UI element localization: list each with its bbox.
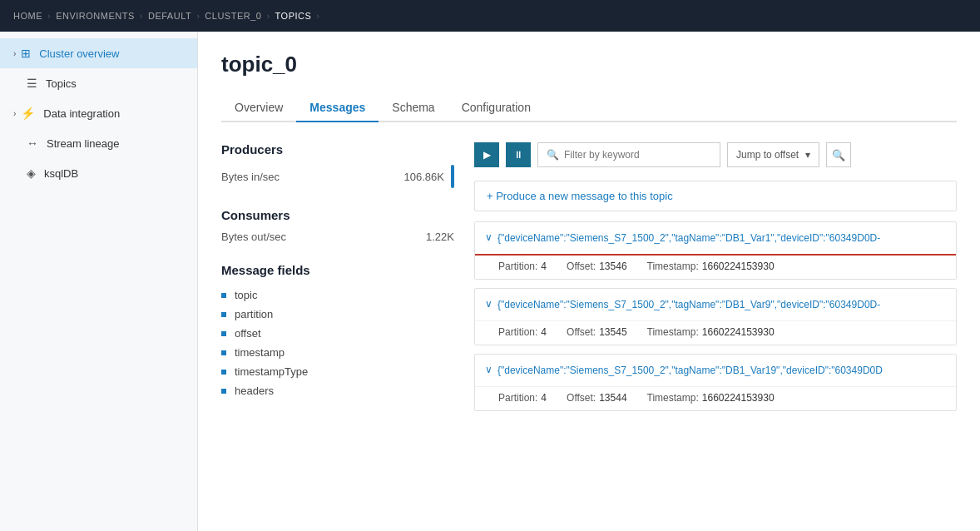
produce-bar-label: + Produce a new message to this topic bbox=[487, 190, 673, 202]
field-bullet bbox=[221, 312, 226, 317]
produce-message-bar[interactable]: + Produce a new message to this topic bbox=[474, 181, 957, 211]
sidebar-label-cluster-overview: Cluster overview bbox=[39, 47, 119, 60]
search-icon-2: 🔍 bbox=[832, 149, 845, 161]
partition-value-3: 4 bbox=[541, 392, 547, 404]
jump-offset-label: Jump to offset bbox=[736, 149, 799, 161]
jump-offset-select[interactable]: Jump to offset ▾ bbox=[727, 142, 819, 167]
offset-meta-2: Offset: 13545 bbox=[567, 326, 627, 338]
stream-lineage-icon: ↔ bbox=[27, 136, 38, 150]
tabs: Overview Messages Schema Configuration bbox=[221, 94, 957, 122]
message-content-2: {"deviceName":"Siemens_S7_1500_2","tagNa… bbox=[497, 297, 946, 312]
sidebar: › ⊞ Cluster overview ☰ Topics › ⚡ Data i… bbox=[0, 32, 198, 531]
field-label-headers: headers bbox=[235, 385, 274, 397]
message-card-3: ∨ {"deviceName":"Siemens_S7_1500_2","tag… bbox=[474, 354, 957, 411]
field-label-timestamptype: timestampType bbox=[235, 365, 308, 378]
breadcrumb-topics[interactable]: TOPICS bbox=[275, 11, 312, 21]
field-bullet bbox=[221, 293, 226, 298]
field-label-partition: partition bbox=[235, 308, 273, 320]
partition-value-1: 4 bbox=[541, 261, 547, 272]
tab-schema[interactable]: Schema bbox=[379, 94, 448, 122]
sidebar-item-data-integration[interactable]: › ⚡ Data integration bbox=[0, 98, 197, 128]
play-button[interactable]: ▶ bbox=[474, 142, 499, 167]
sidebar-label-stream-lineage: Stream lineage bbox=[47, 137, 119, 150]
expand-collapse-icon-3[interactable]: ∨ bbox=[485, 364, 492, 375]
message-toolbar: ▶ ⏸ 🔍 Jump to offset ▾ 🔍 bbox=[474, 142, 957, 167]
filter-input[interactable] bbox=[564, 149, 711, 161]
timestamp-meta-2: Timestamp: 1660224153930 bbox=[647, 326, 775, 338]
field-bullet bbox=[221, 331, 226, 336]
sidebar-label-data-integration: Data integration bbox=[43, 107, 120, 120]
consumers-section: Consumers Bytes out/sec 1.22K bbox=[221, 208, 454, 246]
partition-meta-3: Partition: 4 bbox=[498, 392, 547, 404]
breadcrumb-default[interactable]: DEFAULT bbox=[148, 11, 191, 21]
producers-bar-wrap: 106.86K bbox=[404, 165, 454, 188]
partition-value-2: 4 bbox=[541, 326, 547, 338]
timestamp-value-3: 1660224153930 bbox=[702, 392, 775, 404]
sidebar-item-cluster-overview[interactable]: › ⊞ Cluster overview bbox=[0, 38, 197, 68]
producers-title: Producers bbox=[221, 142, 454, 156]
chevron-icon-data: › bbox=[13, 109, 16, 118]
pause-button[interactable]: ⏸ bbox=[506, 142, 531, 167]
field-item-timestamptype: timestampType bbox=[221, 362, 454, 381]
timestamp-meta-1: Timestamp: 1660224153930 bbox=[647, 261, 775, 272]
consumers-title: Consumers bbox=[221, 208, 454, 222]
search-icon: 🔍 bbox=[547, 149, 559, 161]
ksqldb-icon: ◈ bbox=[27, 166, 36, 180]
field-item-partition: partition bbox=[221, 305, 454, 324]
message-fields-section: Message fields topic partition offset bbox=[221, 263, 454, 400]
sidebar-item-stream-lineage[interactable]: ↔ Stream lineage bbox=[0, 128, 197, 158]
field-label-timestamp: timestamp bbox=[235, 346, 285, 359]
field-label-topic: topic bbox=[235, 289, 257, 301]
field-item-topic: topic bbox=[221, 285, 454, 305]
page-title: topic_0 bbox=[221, 52, 957, 77]
field-bullet bbox=[221, 370, 226, 375]
data-integration-icon: ⚡ bbox=[21, 107, 35, 120]
field-bullet bbox=[221, 350, 226, 355]
breadcrumb-home[interactable]: HOME bbox=[13, 11, 42, 21]
tab-overview[interactable]: Overview bbox=[221, 94, 296, 122]
field-bullet bbox=[221, 389, 226, 394]
message-card-2: ∨ {"deviceName":"Siemens_S7_1500_2","tag… bbox=[474, 288, 957, 345]
offset-meta-1: Offset: 13546 bbox=[567, 261, 627, 272]
timestamp-value-2: 1660224153930 bbox=[702, 326, 775, 338]
offset-value-1: 13546 bbox=[599, 261, 626, 272]
chevron-icon: › bbox=[13, 49, 16, 58]
consumers-bytes-label: Bytes out/sec bbox=[221, 231, 286, 243]
offset-value-3: 13544 bbox=[599, 392, 626, 404]
topics-icon: ☰ bbox=[27, 77, 37, 90]
tab-messages[interactable]: Messages bbox=[296, 94, 379, 122]
main-content: topic_0 Overview Messages Schema Configu… bbox=[198, 32, 980, 531]
producers-bytes-value: 106.86K bbox=[404, 171, 444, 183]
message-fields-title: Message fields bbox=[221, 263, 454, 277]
field-item-offset: offset bbox=[221, 324, 454, 343]
consumers-bytes-value: 1.22K bbox=[426, 231, 454, 243]
timestamp-value-1: 1660224153930 bbox=[702, 261, 775, 272]
sidebar-label-ksqldb: ksqlDB bbox=[44, 167, 78, 180]
field-list: topic partition offset timestamp bbox=[221, 285, 454, 400]
cluster-overview-icon: ⊞ bbox=[21, 47, 31, 60]
producers-section: Producers Bytes in/sec 106.86K bbox=[221, 142, 454, 191]
field-item-timestamp: timestamp bbox=[221, 343, 454, 362]
sidebar-label-topics: Topics bbox=[46, 77, 77, 90]
message-card-1: ∨ {"deviceName":"Siemens_S7_1500_2","tag… bbox=[474, 221, 957, 280]
offset-value-2: 13545 bbox=[599, 326, 626, 338]
breadcrumb-cluster[interactable]: CLUSTER_0 bbox=[205, 11, 261, 21]
partition-meta-1: Partition: 4 bbox=[498, 261, 547, 272]
expand-collapse-icon-2[interactable]: ∨ bbox=[485, 298, 492, 310]
search-icon-button[interactable]: 🔍 bbox=[826, 142, 851, 167]
sidebar-item-topics[interactable]: ☰ Topics bbox=[0, 68, 197, 98]
breadcrumb-environments[interactable]: ENVIRONMENTS bbox=[56, 11, 135, 21]
field-item-headers: headers bbox=[221, 381, 454, 400]
filter-input-wrap[interactable]: 🔍 bbox=[537, 142, 720, 167]
right-panel: ▶ ⏸ 🔍 Jump to offset ▾ 🔍 bbox=[474, 142, 957, 419]
tab-configuration[interactable]: Configuration bbox=[448, 94, 544, 122]
sidebar-item-ksqldb[interactable]: ◈ ksqlDB bbox=[0, 158, 197, 188]
producers-bytes-label: Bytes in/sec bbox=[221, 171, 280, 183]
chevron-down-icon: ▾ bbox=[805, 149, 810, 161]
expand-collapse-icon-1[interactable]: ∨ bbox=[485, 231, 492, 243]
message-content-3: {"deviceName":"Siemens_S7_1500_2","tagNa… bbox=[497, 363, 946, 378]
timestamp-meta-3: Timestamp: 1660224153930 bbox=[647, 392, 775, 404]
message-content-1: {"deviceName":"Siemens_S7_1500_2","tagNa… bbox=[497, 231, 946, 246]
top-bar: HOME › ENVIRONMENTS › DEFAULT › CLUSTER_… bbox=[0, 0, 980, 32]
producers-bar bbox=[451, 165, 454, 188]
